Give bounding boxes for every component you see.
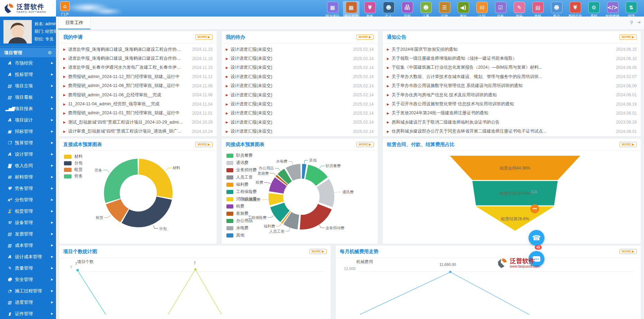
- data-point-dot[interactable]: [76, 269, 79, 271]
- sidebar-item[interactable]: ▥ 进度管理 ▶: [0, 297, 56, 308]
- more-button[interactable]: MORE ▶: [195, 142, 213, 147]
- sidebar-item[interactable]: ◔ 施工过程管理 ▶: [0, 285, 56, 297]
- list-item[interactable]: ▶ 进度款申报_珠海鹤港口建设_珠海鹤港口建设工程合作协议书_admin_...…: [63, 45, 213, 54]
- legend-item[interactable]: 人员工资: [226, 174, 257, 181]
- list-item[interactable]: ▶ 于征集《中国建筑施工行业信息化发展报告（2024）—BIM应用与发展》材料.…: [387, 63, 637, 72]
- list-item[interactable]: ▶ 费用报销_admin_2024-11-06_总经理审批__完成 2024.1…: [63, 90, 213, 99]
- list-item[interactable]: ▶ 住房和城乡建设部办公厅关于同意吉林省开展二级建造师注册证书电子证书试点...…: [387, 127, 637, 136]
- legend-item[interactable]: 工程保险费: [226, 188, 257, 195]
- sidebar-item[interactable]: A 市场经营 ▶: [0, 57, 56, 69]
- tabbar-icon[interactable]: ⚲: [630, 20, 634, 25]
- list-item[interactable]: ▶ 设计进度汇报(未提交) 2025.02.14: [226, 118, 374, 127]
- donut-segment[interactable]: [270, 203, 290, 222]
- sidebar-item[interactable]: ▂▅▇ 项目报表 ▶: [0, 103, 56, 114]
- donut-segment[interactable]: [122, 197, 172, 228]
- caret-icon: ▶: [226, 103, 228, 106]
- list-item[interactable]: ▶ 设计进度汇报(未提交) 2025.02.14: [226, 72, 374, 81]
- more-button[interactable]: MORE ▶: [195, 35, 213, 40]
- more-button[interactable]: MORE ▶: [309, 249, 327, 254]
- legend-item[interactable]: 通讯费: [226, 159, 257, 166]
- legend-item[interactable]: 租赁: [64, 166, 83, 173]
- list-item[interactable]: ▶ 设计进度汇报(未提交) 2025.02.14: [226, 54, 374, 63]
- list-item[interactable]: ▶ 设计进度汇报(未提交) 2025.02.14: [226, 109, 374, 118]
- list-item[interactable]: ▶ 设计进度汇报(未提交) 2025.02.14: [226, 81, 374, 90]
- sidebar-item[interactable]: ❒ 预算管理 ▶: [0, 137, 56, 148]
- portal-button[interactable]: ⌂ 门户: [58, 1, 72, 17]
- list-item[interactable]: ▶ 设计审查_彭祖新城“四馆”景观工程设计项目_请选择_胡广生_2024-10-…: [63, 127, 213, 136]
- more-button[interactable]: MORE ▶: [619, 142, 637, 147]
- sidebar-item[interactable]: ⚒ 设备管理 ▶: [0, 217, 56, 228]
- list-item[interactable]: ▶ 关于举办大数据、云计算技术在城市建设、规划、管理与服务中的应用培训班... …: [387, 72, 637, 81]
- legend-item[interactable]: 消防设施费: [226, 195, 257, 203]
- gear-icon[interactable]: ⚙: [48, 50, 52, 55]
- donut-segment[interactable]: [139, 159, 172, 199]
- side-chat-icon[interactable]: •••: [530, 204, 539, 213]
- more-button[interactable]: MORE ▶: [356, 35, 374, 40]
- sidebar-item[interactable]: A 投标管理 ▶: [0, 69, 56, 80]
- legend-item[interactable]: 水电费: [226, 224, 257, 232]
- sidebar-item[interactable]: ▣ 招标管理 ▶: [0, 126, 56, 137]
- legend-item[interactable]: 职员餐费: [226, 152, 257, 159]
- list-item-date: 2024.11.01: [188, 111, 213, 116]
- tab-daily-work[interactable]: 日常工作: [58, 17, 91, 29]
- list-item[interactable]: ▶ 关于领取一级注册建造师增项贴的通知（须持一建证书前来领取） 2024.06.…: [387, 54, 637, 63]
- legend-item[interactable]: 材料: [64, 153, 83, 160]
- sidebar-item[interactable]: ▥ 成本管理 ▶: [0, 240, 56, 251]
- sidebar-item[interactable]: ⌛ 租赁管理 ▶: [0, 205, 56, 217]
- legend-item[interactable]: 分包: [64, 160, 83, 166]
- sidebar-item[interactable]: Ψ 劳务管理 ▶: [0, 183, 56, 194]
- list-item[interactable]: ▶ 关于2024年国庆节放假安排的通知 2024.06.15: [387, 45, 637, 54]
- list-item[interactable]: ▶ 进度款申报_长春市伊通河水力发电厂改建工程_长春市伊通河水力发电... 20…: [63, 63, 213, 72]
- list-item[interactable]: ▶ 测试_彭祖新城“四馆”景观工程设计项目_2024-10-29_admin_结…: [63, 118, 213, 127]
- legend-item[interactable]: 劳务: [64, 173, 83, 180]
- sidebar-item[interactable]: ▮ 证件管理 ▶: [0, 308, 56, 319]
- sidebar-item[interactable]: ▤ 发票管理 ▶: [0, 228, 56, 240]
- data-point-dot[interactable]: [194, 268, 197, 271]
- legend-item[interactable]: 业务招待费: [226, 166, 257, 174]
- list-item[interactable]: ▶ 关于举办市政公用设施数字化管理信息 系统建设与应用培训班的通知 2024.0…: [387, 81, 637, 90]
- list-item[interactable]: ▶ 费用报销_admin_2024-11-06_部门经理审批_胡建,_运行中 2…: [63, 81, 213, 90]
- list-item[interactable]: ▶ 费用报销_admin_2024-11-01_部门经理审批_胡建,_运行中 2…: [63, 109, 213, 118]
- phone-contact-button[interactable]: ☎: [529, 230, 544, 246]
- sidebar-item[interactable]: ✎ 质量管理 ▶: [0, 262, 56, 274]
- sidebar-item[interactable]: ⊞ 材料管理 ▶: [0, 171, 56, 183]
- legend-item[interactable]: 办公用品: [226, 217, 257, 224]
- data-point-dot[interactable]: [449, 271, 451, 273]
- side-ca-widget[interactable]: CA: [531, 190, 537, 194]
- list-item[interactable]: ▶ 设计进度汇报(未提交) 2025.02.14: [226, 127, 374, 136]
- sidebar-item[interactable]: A 项目设计 ▶: [0, 114, 56, 126]
- list-item[interactable]: ▶ 设计进度汇报(未提交) 2025.02.14: [226, 90, 374, 99]
- sidebar-item[interactable]: A 设计管理 ▶: [0, 148, 56, 160]
- list-item[interactable]: ▶ 关于发放2024年第24批一级建造师注册证书的通知 2024.06.01: [387, 109, 637, 118]
- list-item[interactable]: ▶ 关于举办住房与房地产信息化 技术及应用培训班的通知 2024.06.01: [387, 90, 637, 99]
- donut-segment[interactable]: [302, 164, 306, 179]
- list-item[interactable]: ▶ 设计进度汇报(未提交) 2025.02.14: [226, 45, 374, 54]
- list-item[interactable]: ▶ 11_2024-11-04_admin_经营部_领导审批__完成 2024.…: [63, 99, 213, 108]
- legend-item[interactable]: 差旅费: [226, 210, 257, 217]
- more-button[interactable]: MORE ▶: [356, 142, 374, 147]
- watermark-url[interactable]: www.fanpusoft.com: [510, 264, 540, 268]
- list-item[interactable]: ▶ 费用报销_admin_2024-11-12_部门经理审批_胡建,_运行中 2…: [63, 72, 213, 81]
- sidebar-item[interactable]: ▤ 项目看板 ▶: [0, 91, 56, 103]
- donut-segment[interactable]: [104, 159, 138, 203]
- legend-item[interactable]: 税费: [226, 203, 257, 210]
- list-item[interactable]: ▶ 房和城乡建设厅关于取消二级建造师临时执业证书的公告 2023.08.29: [387, 118, 637, 127]
- sidebar-item[interactable]: A 设计成本管理 ▶: [0, 251, 56, 262]
- list-item[interactable]: ▶ 关于召开市政公用设施智慧化管理 信息技术与应用培训班的通知 2024.06.…: [387, 99, 637, 108]
- sidebar-item[interactable]: x² 分包管理 ▶: [0, 194, 56, 205]
- list-item[interactable]: ▶ 设计进度汇报(未提交) 2025.02.14: [226, 63, 374, 72]
- nav-icon-glyph: ⚙: [591, 4, 596, 11]
- sidebar-item[interactable]: ☻ 安全管理 ▶: [0, 274, 56, 285]
- list-item[interactable]: ▶ 设计进度汇报(未提交) 2025.02.14: [226, 99, 374, 108]
- more-button[interactable]: MORE ▶: [619, 35, 637, 40]
- legend-swatch: [64, 155, 72, 159]
- legend-item[interactable]: 福利费: [226, 181, 257, 188]
- list-item[interactable]: ▶ 进度款申报_珠海鹤港口建设_珠海鹤港口建设工程合作协议书_admin_...…: [63, 54, 213, 63]
- more-button[interactable]: MORE ▶: [619, 249, 637, 254]
- sidebar-item[interactable]: ◙ 收入合同 ▶: [0, 160, 56, 171]
- panel-title: 通知公告: [387, 34, 406, 40]
- legend-item[interactable]: 其他: [226, 232, 257, 239]
- sidebar-section-header[interactable]: 项目管理 ⚙: [0, 48, 56, 57]
- sidebar-item[interactable]: ▤ 项目立项 ▶: [0, 80, 56, 91]
- tabbar-icon[interactable]: ⇥: [637, 20, 641, 25]
